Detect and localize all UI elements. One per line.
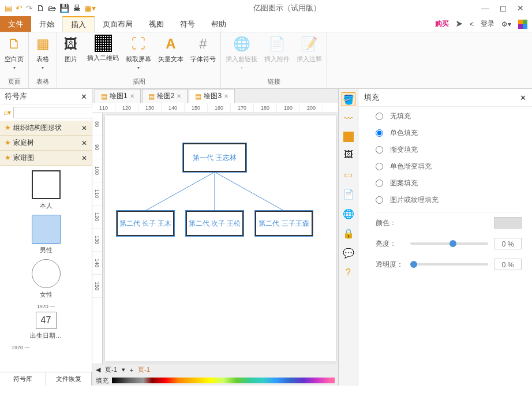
share2-icon[interactable]: < <box>470 20 474 28</box>
document-tabs: ▤绘图1✕ ▤绘图2✕ ▤绘图3✕ <box>92 89 338 103</box>
layer-tool-icon[interactable]: ▭ <box>342 167 355 181</box>
radio-pattern-fill[interactable] <box>376 180 383 187</box>
shape-self[interactable]: 本人 <box>32 170 61 210</box>
opacity-value[interactable]: 0 % <box>494 259 522 270</box>
ribbon: 🗋 空白页 ▾ 页面 ▦ 表格 ▾ 表格 🖼图片 插入二维码 ⛶截取屏幕▾ A矢… <box>0 32 532 89</box>
canvas-area: ▤绘图1✕ ▤绘图2✕ ▤绘图3✕ 1101201301401501601701… <box>92 89 338 386</box>
home-icon[interactable]: ⌂▾ <box>3 109 11 117</box>
table-button[interactable]: ▦ 表格 ▾ <box>33 35 52 76</box>
menu-start[interactable]: 开始 <box>31 16 62 32</box>
text-tool-icon[interactable]: 📄 <box>342 187 355 201</box>
share-icon[interactable]: ⮞ <box>456 20 463 28</box>
node-gen2-1[interactable]: 第二代 长子 王木 <box>117 211 174 236</box>
tab-symbol-lib[interactable]: 符号库 <box>0 372 46 386</box>
blank-page-button[interactable]: 🗋 空白页 ▾ <box>5 35 24 76</box>
image-button[interactable]: 🖼图片 <box>62 35 80 76</box>
brightness-value[interactable]: 0 % <box>494 238 522 249</box>
fill-panel: 填充✕ 无填充 单色填充 渐变填充 单色渐变填充 图案填充 图片或纹理填充 颜色… <box>358 89 532 386</box>
fill-bar: 填充 <box>92 375 338 386</box>
login-link[interactable]: 登录 <box>481 19 494 29</box>
globe-tool-icon[interactable]: 🌐 <box>342 207 355 221</box>
maximize-icon[interactable]: ◻ <box>500 3 507 13</box>
fill-tool-icon[interactable]: 🪣 <box>342 92 355 106</box>
node-gen2-3[interactable]: 第二代 三子王森 <box>255 211 313 236</box>
new-icon[interactable]: 🗋 <box>36 3 44 13</box>
ribbon-group-link: 🌐插入超链接▾ 📄插入附件 📝插入注释 链接 <box>221 32 327 88</box>
node-gen2-2[interactable]: 第二代 次子 王松 <box>186 211 243 236</box>
shape-male[interactable]: 男性 <box>32 215 61 255</box>
export-icon[interactable]: ▦▾ <box>84 3 96 13</box>
page-nav-down[interactable]: ▾ <box>122 366 125 373</box>
annotation-button[interactable]: 📝插入注释 <box>297 35 322 76</box>
left-panel-tabs: 符号库 文件恢复 <box>0 372 92 386</box>
vector-text-button[interactable]: A矢量文本 <box>158 35 183 76</box>
minimize-icon[interactable]: — <box>481 3 489 13</box>
close-icon[interactable]: ✕ <box>517 3 524 13</box>
protect-tool-icon[interactable]: 🔒 <box>342 226 355 240</box>
ruler-vertical: 8090100110120130140150 <box>92 113 103 364</box>
attachment-button[interactable]: 📄插入附件 <box>264 35 290 76</box>
canvas[interactable]: 第一代 王志林 第二代 长子 王木 第二代 次子 王松 第二代 三子王森 <box>105 115 336 361</box>
picture-tool-icon[interactable]: 🖼 <box>342 148 355 162</box>
page-label[interactable]: 页-1 <box>105 365 117 374</box>
category-orgchart[interactable]: ★组织结构图形状✕ <box>0 121 92 136</box>
opacity-slider[interactable] <box>410 263 488 266</box>
menu-view[interactable]: 视图 <box>141 16 172 32</box>
menubar: 文件 开始 插入 页面布局 视图 符号 帮助 购买 ⮞ < 登录 ⚙▾ <box>0 16 532 32</box>
category-familytree[interactable]: ★家庭树✕ <box>0 136 92 151</box>
shadow-tool-icon[interactable] <box>343 132 354 142</box>
help-tool-icon[interactable]: ? <box>342 266 355 279</box>
tab-drawing2[interactable]: ▤绘图2✕ <box>142 89 188 103</box>
window-controls: — ◻ ✕ <box>473 3 532 13</box>
redo-icon[interactable]: ↷ <box>26 3 33 13</box>
menu-insert[interactable]: 插入 <box>62 16 95 32</box>
menu-file[interactable]: 文件 <box>0 16 31 32</box>
menu-layout[interactable]: 页面布局 <box>95 16 141 32</box>
shape-female[interactable]: 女性 <box>32 259 61 299</box>
menu-symbol[interactable]: 符号 <box>172 16 203 32</box>
comment-tool-icon[interactable]: 💬 <box>342 246 355 260</box>
undo-icon[interactable]: ↶ <box>16 3 23 13</box>
logo-icon <box>518 20 527 29</box>
screenshot-button[interactable]: ⛶截取屏幕▾ <box>126 35 151 76</box>
radio-texture-fill[interactable] <box>376 196 383 204</box>
save-icon[interactable]: 💾 <box>59 3 69 13</box>
radio-gradient-fill[interactable] <box>376 146 383 154</box>
radio-solid-fill[interactable] <box>376 129 383 137</box>
radio-no-fill[interactable] <box>376 113 383 120</box>
tab-drawing3[interactable]: ▤绘图3✕ <box>189 89 235 103</box>
tab-drawing1[interactable]: ▤绘图1✕ <box>95 89 141 103</box>
app-title: 亿图图示（试用版） <box>100 3 473 13</box>
color-swatch[interactable] <box>494 217 522 229</box>
print-icon[interactable]: 🖶 <box>73 3 81 13</box>
ribbon-group-page: 🗋 空白页 ▾ 页面 <box>0 32 29 88</box>
page-bar: ◀ 页-1 ▾ + 页-1 <box>92 364 338 375</box>
hyperlink-button[interactable]: 🌐插入超链接▾ <box>226 35 257 76</box>
radio-mono-gradient-fill[interactable] <box>376 163 383 170</box>
page-label-2: 页-1 <box>138 365 150 374</box>
add-page-icon[interactable]: + <box>130 367 133 373</box>
node-gen1[interactable]: 第一代 王志林 <box>183 143 246 172</box>
brightness-slider[interactable] <box>410 242 488 245</box>
page-nav-left[interactable]: ◀ <box>96 366 100 373</box>
titlebar: ▤ ↶ ↷ 🗋 🗁 💾 🖶 ▦▾ 亿图图示（试用版） — ◻ ✕ <box>0 0 532 16</box>
font-symbol-button[interactable]: #字体符号 <box>190 35 216 76</box>
category-genealogy[interactable]: ★家谱图✕ <box>0 151 92 166</box>
qrcode-button[interactable]: 插入二维码 <box>87 35 119 76</box>
quick-access: ▤ ↶ ↷ 🗋 🗁 💾 🖶 ▦▾ <box>0 3 100 13</box>
svg-line-2 <box>215 172 284 211</box>
right-tools: 🪣 〰 🖼 ▭ 📄 🌐 🔒 💬 ? <box>338 89 358 386</box>
buy-link[interactable]: 购买 <box>435 19 449 29</box>
close-panel-icon[interactable]: ✕ <box>81 92 87 101</box>
close-fill-panel-icon[interactable]: ✕ <box>520 94 526 102</box>
menu-help[interactable]: 帮助 <box>203 16 234 32</box>
symbol-library-panel: 符号库✕ ⌂▾ 🔍 ★组织结构图形状✕ ★家庭树✕ ★家谱图✕ 本人 男性 女性… <box>0 89 92 386</box>
tab-file-recovery[interactable]: 文件恢复 <box>46 372 92 386</box>
shape-birthdate[interactable]: 1970 — 47 出生日期… <box>30 304 62 340</box>
color-strip[interactable] <box>112 378 335 383</box>
gear-icon[interactable]: ⚙▾ <box>501 20 511 28</box>
symbol-library-title: 符号库 <box>5 91 27 102</box>
open-icon[interactable]: 🗁 <box>48 3 56 13</box>
ribbon-group-illustration: 🖼图片 插入二维码 ⛶截取屏幕▾ A矢量文本 #字体符号 插图 <box>57 32 221 88</box>
line-tool-icon[interactable]: 〰 <box>342 112 355 126</box>
